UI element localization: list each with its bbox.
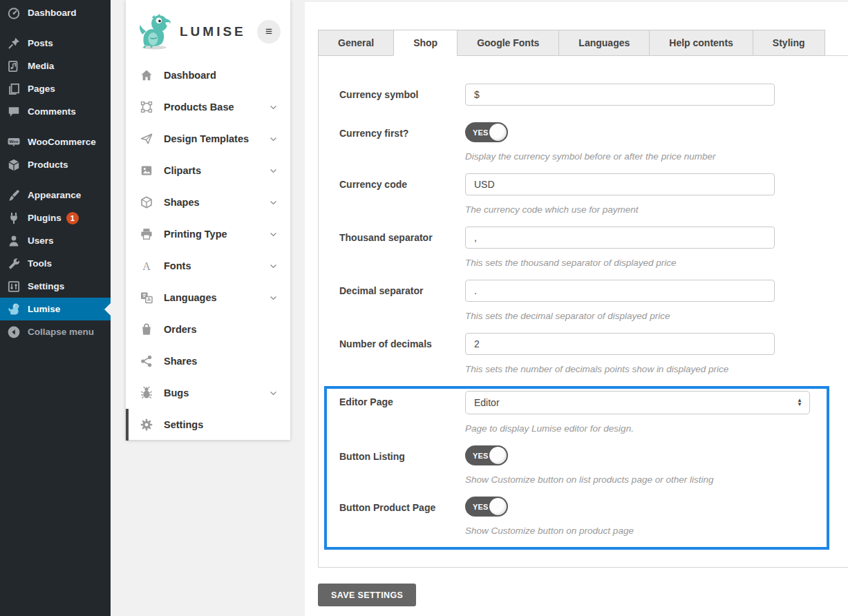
hamburger-menu-button[interactable]: ≡ [257,20,281,44]
lumise-menu-item[interactable]: Cliparts [126,155,290,186]
bug-icon [140,386,155,400]
lumise-dino-icon [7,302,21,316]
wp-menu-item[interactable]: Plugins 1 [0,206,111,229]
wp-menu-item[interactable]: Lumise [0,298,111,320]
chevron-down-icon [269,135,278,144]
dashboard-gauge-icon [7,6,21,20]
text-input[interactable] [465,84,775,106]
cube-icon [140,195,155,209]
plug-icon [7,211,21,225]
save-settings-button[interactable]: SAVE SETTINGS [318,584,416,606]
home-icon [140,68,155,82]
form-row: Currency symbol [319,84,848,106]
media-icon [7,59,21,73]
lumise-menu-item[interactable]: Orders [126,314,290,345]
wp-menu-item-label: Appearance [28,190,81,200]
tab[interactable]: Google Fonts [457,30,559,56]
settings-panel: General Shop Google Fonts Languages Help… [305,2,848,616]
lumise-menu-item[interactable]: A Languages [126,282,290,314]
wp-menu-item[interactable]: Tools [0,252,111,275]
form-rows: Currency symbol Currency first? YES Disp… [319,84,848,374]
select-dropdown[interactable]: Editor ▲▼ [465,391,810,414]
field-label: Button Product Page [339,497,465,536]
wp-menu-item[interactable]: Woo WooCommerce [0,131,111,153]
pages-icon [7,82,21,96]
lumise-sidebar: LUMISE ≡ Dashboard Products Base Design … [126,0,290,440]
field-label: Editor Page [339,391,465,434]
lumise-menu-item-label: Languages [164,292,217,303]
paper-plane-icon [140,132,155,146]
toggle-switch[interactable]: YES [465,497,508,517]
toggle-state-label: YES [473,452,489,460]
tab[interactable]: Shop [393,30,458,56]
wp-menu-item-label: Collapse menu [28,327,94,337]
select-spinner-icon: ▲▼ [797,398,802,407]
select-selected-value: Editor [474,397,500,408]
wp-menu-item[interactable]: Comments [0,100,111,123]
toggle-knob [489,124,507,141]
lumise-menu-item[interactable]: A Fonts [126,250,290,282]
tab[interactable]: Help contents [649,30,753,56]
tab[interactable]: Styling [753,30,825,56]
lumise-menu-item[interactable]: Bugs [126,377,290,409]
wp-menu-item[interactable]: Products [0,153,111,176]
lumise-menu-item-label: Shares [164,356,197,367]
wp-menu-item-label: Media [28,61,54,71]
tab-label: Shop [413,37,437,48]
field-label: Currency symbol [339,84,465,106]
form-row: Editor Page Editor ▲▼ Page to display Lu… [339,391,827,434]
woocommerce-icon: Woo [7,135,21,149]
wp-menu-item[interactable]: Collapse menu [0,320,111,343]
tab-label: Google Fonts [477,37,539,48]
text-input[interactable] [465,280,775,302]
lumise-menu-item[interactable]: Dashboard [126,59,290,91]
wp-menu-item[interactable]: Appearance [0,184,111,206]
text-input[interactable] [465,227,775,249]
chevron-down-icon [269,198,278,207]
lumise-brand-text: LUMISE [180,24,246,39]
text-input[interactable] [465,333,775,355]
tab-label: General [338,37,374,48]
field-label: Decimal separator [339,280,465,321]
wp-menu-item[interactable]: Media [0,55,111,77]
translate-icon: A [140,291,155,305]
wp-menu-item-label: Posts [28,38,53,48]
settings-tabs: General Shop Google Fonts Languages Help… [318,30,848,56]
field-label: Thousand separator [339,227,465,268]
lumise-menu-item[interactable]: Shapes [126,186,290,218]
toggle-switch[interactable]: YES [465,445,508,465]
field-help-text: The currency code which use for payment [465,204,848,215]
form-row: Number of decimals This sets the number … [319,333,848,374]
collapse-arrow-icon [7,325,21,339]
wp-menu-item[interactable]: Dashboard [0,1,111,24]
tab[interactable]: Languages [558,30,650,56]
toggle-switch[interactable]: YES [465,122,508,142]
svg-text:A: A [147,296,151,302]
field-help-text: This sets the thousand separator of disp… [465,258,848,268]
lumise-menu-item-label: Design Templates [164,133,249,144]
paintbrush-icon [7,189,21,202]
wp-menu-item[interactable]: Pages [0,77,111,100]
lumise-menu-item[interactable]: Shares [126,345,290,377]
wp-menu-item[interactable]: Posts [0,32,111,55]
lumise-menu-item[interactable]: Design Templates [126,123,290,155]
form-row: Button Listing YES Show Customize button… [339,445,827,485]
lumise-menu: Dashboard Products Base Design Templates… [126,59,290,441]
tab[interactable]: General [318,30,394,56]
wp-menu-item[interactable]: Settings [0,275,111,298]
lumise-menu-item[interactable]: Settings [126,409,290,441]
svg-text:Woo: Woo [10,139,19,144]
shop-tab-content: Currency symbol Currency first? YES Disp… [318,55,848,568]
lumise-menu-item-label: Products Base [164,102,234,113]
lumise-menu-item[interactable]: Products Base [126,91,290,123]
text-input[interactable] [465,173,775,195]
field-label: Button Listing [339,445,465,485]
lumise-menu-item[interactable]: Printing Type [126,218,290,250]
tab-label: Languages [578,37,630,48]
highlighted-form-rows: Editor Page Editor ▲▼ Page to display Lu… [324,386,829,550]
pushpin-icon [7,37,21,50]
wp-menu-item[interactable]: Users [0,229,111,252]
printer-icon [140,227,155,241]
wp-menu-item-label: Pages [28,84,55,94]
chevron-down-icon [269,103,278,112]
